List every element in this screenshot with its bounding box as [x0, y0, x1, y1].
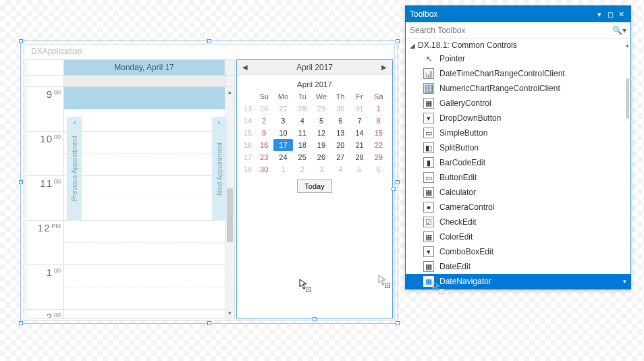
calendar-day[interactable]: 31 [350, 103, 369, 115]
resize-handle[interactable] [207, 321, 211, 325]
prev-month-button[interactable]: ◀ [237, 63, 253, 71]
toolbox-item[interactable]: ▦GalleryControl [406, 96, 630, 111]
resize-handle[interactable] [392, 187, 396, 191]
previous-appointment-button[interactable]: ◂ Previous Appointment [67, 117, 82, 221]
close-icon[interactable]: ✕ [616, 10, 626, 19]
calendar-day[interactable]: 27 [273, 103, 292, 115]
time-slot[interactable] [64, 287, 225, 310]
calendar-day[interactable]: 6 [369, 163, 388, 175]
calendar-day[interactable]: 3 [312, 163, 331, 175]
time-slot[interactable] [64, 265, 225, 287]
toolbox-item-list[interactable]: ↖Pointer📊DateTimeChartRangeControlClient… [406, 51, 630, 289]
calendar-day[interactable]: 17 [273, 139, 292, 151]
calendar-day[interactable]: 25 [293, 151, 312, 163]
toolbox-item[interactable]: ▦Calculator [406, 185, 630, 200]
calendar-day[interactable]: 2 [254, 115, 273, 127]
calendar-day[interactable]: 3 [273, 115, 292, 127]
toolbox-item[interactable]: ▦ColorEdit [406, 229, 630, 244]
calendar-day[interactable]: 28 [293, 103, 312, 115]
calendar-day[interactable]: 19 [312, 139, 331, 151]
toolbox-item[interactable]: ▾ComboBoxEdit [406, 244, 630, 259]
calendar-day[interactable]: 14 [350, 127, 369, 139]
calendar-day[interactable]: 12 [312, 127, 331, 139]
calendar-day[interactable]: 30 [331, 103, 350, 115]
search-input[interactable] [410, 24, 610, 37]
calendar-day[interactable]: 1 [273, 163, 292, 175]
time-slot[interactable] [64, 176, 225, 198]
calendar-day[interactable]: 27 [331, 151, 350, 163]
calendar-day[interactable]: 30 [254, 163, 273, 175]
resize-handle[interactable] [313, 317, 317, 321]
toolbox-item[interactable]: 📊DateTimeChartRangeControlClient [406, 66, 630, 81]
calendar-day[interactable]: 8 [369, 115, 388, 127]
calendar-day[interactable]: 2 [293, 163, 312, 175]
collapse-icon[interactable]: ◢ [410, 42, 418, 49]
designer-selection-frame[interactable]: DXApplication Monday, April 17 900100011… [20, 40, 398, 324]
calendar-day[interactable]: 26 [254, 103, 273, 115]
toolbox-item[interactable]: ▭ButtonEdit [406, 170, 630, 185]
calendar-day[interactable]: 29 [312, 103, 331, 115]
calendar-day[interactable]: 20 [331, 139, 350, 151]
resize-handle[interactable] [19, 321, 23, 325]
time-slot[interactable] [64, 198, 225, 221]
toolbox-item[interactable]: ▦DateNavigator▾ [406, 274, 630, 289]
calendar-day[interactable]: 26 [312, 151, 331, 163]
scheduler-control[interactable]: Monday, April 17 9001000110012PM100200 [26, 59, 235, 318]
toolbox-group-header[interactable]: ◢ DX.18.1: Common Controls ▴ [406, 39, 630, 51]
today-button[interactable]: Today [297, 179, 332, 193]
search-icon[interactable]: 🔍▾ [612, 26, 626, 35]
calendar-day[interactable]: 23 [254, 151, 273, 163]
resize-handle[interactable] [19, 39, 23, 43]
toolbox-item[interactable]: ▦DateEdit [406, 259, 630, 274]
scroll-thumb[interactable] [227, 188, 233, 242]
scroll-down-button[interactable]: ▾ [225, 308, 234, 318]
toolbox-item[interactable]: ◧SplitButton [406, 140, 630, 155]
calendar-day[interactable]: 11 [293, 127, 312, 139]
date-navigator[interactable]: ◀ April 2017 ▶ April 2017 SuMoTuWeThFrSa… [236, 59, 393, 318]
scroll-thumb[interactable] [626, 78, 629, 119]
toolbox-item[interactable]: ▮BarCodeEdit [406, 155, 630, 170]
time-slot[interactable] [64, 109, 225, 132]
calendar-day[interactable]: 28 [350, 151, 369, 163]
calendar-day[interactable]: 4 [293, 115, 312, 127]
calendar-day[interactable]: 24 [273, 151, 292, 163]
calendar-day[interactable]: 1 [369, 103, 388, 115]
time-slot[interactable] [64, 132, 225, 154]
toolbox-panel[interactable]: Toolbox ▾ ◻ ✕ 🔍▾ ◢ DX.18.1: Common Contr… [405, 5, 631, 289]
next-month-button[interactable]: ▶ [376, 63, 392, 71]
toolbox-search[interactable]: 🔍▾ [406, 22, 630, 39]
resize-handle[interactable] [19, 180, 23, 184]
calendar-day[interactable]: 7 [350, 115, 369, 127]
resize-handle[interactable] [207, 39, 211, 43]
toolbox-item[interactable]: 🔢NumericChartRangeControlClient [406, 81, 630, 96]
scroll-up-button[interactable]: ▴ [225, 87, 234, 96]
calendar-day[interactable]: 29 [369, 151, 388, 163]
calendar-day[interactable]: 10 [273, 127, 292, 139]
calendar-day[interactable]: 15 [369, 127, 388, 139]
resize-handle[interactable] [396, 321, 400, 325]
calendar-day[interactable]: 13 [331, 127, 350, 139]
day-header[interactable]: Monday, April 17 [64, 60, 225, 75]
calendar-day[interactable]: 18 [293, 139, 312, 151]
expand-icon[interactable]: ▾ [623, 278, 626, 285]
selected-timeslot[interactable] [64, 87, 225, 109]
time-slot[interactable] [64, 154, 225, 176]
time-slot[interactable] [64, 221, 225, 243]
appointment-area[interactable] [64, 87, 225, 318]
toolbox-item[interactable]: ↖Pointer [406, 51, 630, 66]
calendar-day[interactable]: 16 [254, 139, 273, 151]
time-slot[interactable] [64, 243, 225, 265]
calendar-day[interactable]: 22 [369, 139, 388, 151]
calendar-day[interactable]: 21 [350, 139, 369, 151]
toolbox-titlebar[interactable]: Toolbox ▾ ◻ ✕ [406, 6, 630, 22]
toolbox-item[interactable]: ●CameraControl [406, 200, 630, 215]
calendar-day[interactable]: 4 [331, 163, 350, 175]
time-slot[interactable] [64, 310, 225, 318]
header-month-label[interactable]: April 2017 [253, 63, 376, 72]
toolbox-item[interactable]: ☑CheckEdit [406, 215, 630, 229]
calendar-grid[interactable]: SuMoTuWeThFrSa13262728293031114234567815… [241, 90, 388, 175]
next-appointment-button[interactable]: ▸ Next Appointment [212, 117, 227, 221]
calendar-day[interactable]: 5 [350, 163, 369, 175]
resize-handle[interactable] [396, 39, 400, 43]
resize-handle[interactable] [396, 180, 400, 184]
